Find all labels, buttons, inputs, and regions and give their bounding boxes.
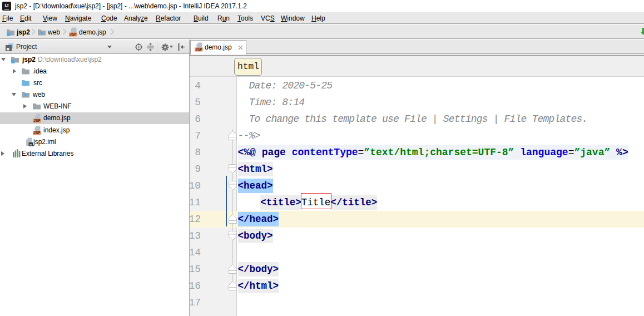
svg-text:JSP: JSP [70,32,77,36]
svg-text:JSP: JSP [33,119,41,122]
svg-text:JSP: JSP [195,47,202,51]
svg-text:JSP: JSP [33,131,41,135]
